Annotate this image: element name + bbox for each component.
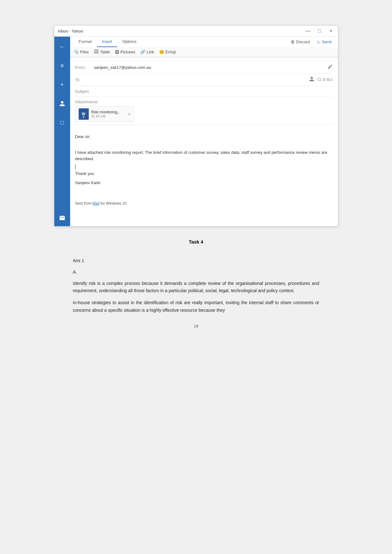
trash-icon: 🗑	[291, 39, 295, 44]
email-form: From: sanjeev_ssk17@yahoo.com.au To:	[70, 57, 338, 129]
mail-link[interactable]: Mail	[93, 201, 100, 206]
title-bar: Inbox - Yahoo — □ ×	[54, 26, 338, 37]
tab-options[interactable]: Options	[117, 37, 142, 47]
sidebar: ← ≡ + □	[54, 37, 70, 226]
attachment-size: 31.65 KB	[91, 114, 121, 118]
link-button[interactable]: 🔗 Link	[140, 50, 154, 54]
sidebar-square-icon[interactable]: □	[56, 116, 69, 129]
subject-label: Subject	[75, 89, 89, 94]
emoji-icon: 😊	[159, 50, 164, 54]
word-doc-icon: W ≡	[79, 108, 89, 120]
page-number: 19	[73, 324, 319, 328]
body-paragraph1: I have attached risk monitoring report. …	[75, 149, 333, 163]
attachment-remove-button[interactable]: ×	[128, 111, 130, 117]
add-recipient-icon[interactable]	[309, 76, 315, 83]
task-title: Task 4	[73, 239, 319, 244]
doc-paragraph1: Identify risk is a complex process becau…	[73, 280, 319, 295]
tab-insert[interactable]: Insert	[97, 37, 118, 47]
attachment-item[interactable]: W ≡ Risk monitoring... 31.65 KB ×	[75, 106, 134, 122]
close-button[interactable]: ×	[328, 28, 334, 34]
paperclip-icon: 📎	[74, 50, 79, 54]
send-icon: ▷	[317, 39, 321, 44]
email-body[interactable]: Dear sir, I have attached risk monitorin…	[70, 129, 338, 214]
footer-text: Sent from	[75, 201, 93, 206]
ribbon: Format Insert Options 🗑 Discard ▷ Send	[70, 37, 338, 57]
text-cursor	[75, 165, 75, 169]
to-label: To:	[75, 77, 94, 82]
sidebar-compose-icon[interactable]: +	[56, 78, 69, 91]
from-value: sanjeev_ssk17@yahoo.com.au	[94, 65, 327, 70]
body-signature: Sanjeev Karki	[75, 180, 333, 186]
section-a-label: A.	[73, 268, 319, 276]
body-paragraph2: Thank you	[75, 171, 333, 177]
table-button[interactable]: Table	[94, 49, 110, 55]
from-label: From:	[75, 65, 94, 70]
ans1-label: Ans 1	[73, 257, 319, 265]
mail-footer: Sent from Mail for Windows 10	[75, 201, 333, 207]
ribbon-toolbar: 📎 Files Table 🖼 Pictures	[70, 47, 338, 57]
subject-row[interactable]: Subject	[75, 86, 333, 97]
footer-suffix: for Windows 10	[100, 201, 127, 206]
to-row[interactable]: To: Cc & Bcc	[75, 74, 333, 86]
attachments-label: Attachments	[75, 99, 333, 104]
minimize-button[interactable]: —	[305, 28, 311, 34]
edit-from-icon[interactable]	[327, 64, 333, 71]
doc-paragraph2: In-house strategies to assist in the ide…	[73, 299, 319, 314]
maximize-button[interactable]: □	[317, 28, 323, 34]
from-row: From: sanjeev_ssk17@yahoo.com.au	[75, 61, 333, 74]
cc-bcc-button[interactable]: Cc & Bcc	[317, 77, 333, 82]
image-icon: 🖼	[115, 50, 119, 54]
greeting: Dear sir,	[75, 134, 333, 140]
tab-format[interactable]: Format	[74, 37, 97, 47]
pictures-button[interactable]: 🖼 Pictures	[115, 50, 135, 54]
sidebar-person-icon[interactable]	[56, 97, 69, 110]
files-button[interactable]: 📎 Files	[74, 50, 89, 54]
send-button[interactable]: ▷ Send	[315, 38, 334, 45]
attachment-name: Risk monitoring...	[91, 110, 121, 114]
document-section: Task 4 Ans 1 A. Identify risk is a compl…	[54, 239, 338, 335]
link-icon: 🔗	[140, 50, 145, 54]
answer-section: Ans 1 A. Identify risk is a complex proc…	[73, 257, 319, 314]
sidebar-mail-icon[interactable]	[56, 214, 69, 226]
attachment-info: Risk monitoring... 31.65 KB	[91, 110, 121, 118]
sidebar-menu-icon[interactable]: ≡	[56, 59, 69, 72]
table-icon	[94, 49, 99, 55]
discard-button[interactable]: 🗑 Discard	[288, 38, 312, 45]
emoji-button[interactable]: 😊 Emoji	[159, 50, 176, 54]
email-content: Format Insert Options 🗑 Discard ▷ Send	[70, 37, 338, 226]
sidebar-back-icon[interactable]: ←	[56, 40, 69, 53]
attachments-row: Attachments W ≡ Risk monitoring... 31.65…	[75, 97, 333, 125]
window-title: Inbox - Yahoo	[58, 29, 83, 33]
